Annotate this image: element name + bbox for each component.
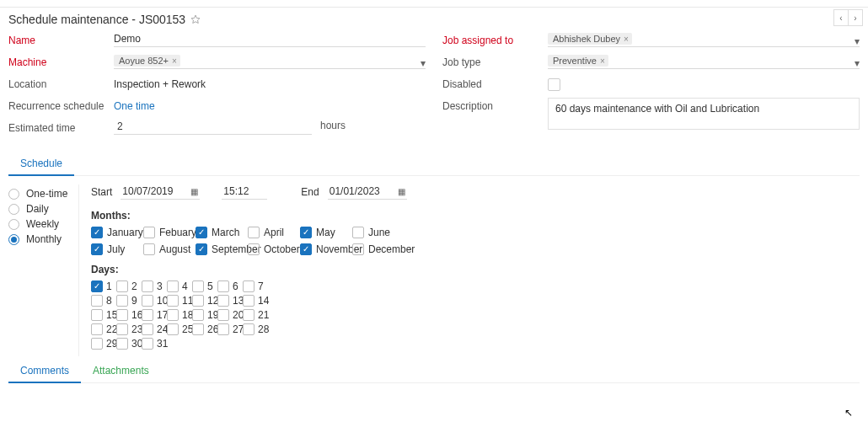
day-option-1[interactable]: 1 bbox=[91, 280, 116, 292]
day-option-8[interactable]: 8 bbox=[91, 295, 116, 307]
day-option-30[interactable]: 30 bbox=[116, 338, 142, 350]
caret-down-icon: ▾ bbox=[855, 57, 860, 69]
month-option-november[interactable]: November bbox=[300, 243, 352, 255]
day-option-2[interactable]: 2 bbox=[116, 280, 142, 292]
assigned-to-select[interactable]: Abhishek Dubey × ▾ bbox=[548, 32, 860, 47]
estimated-time-input[interactable]: 2 bbox=[114, 120, 312, 135]
tab-schedule[interactable]: Schedule bbox=[8, 152, 74, 176]
day-option-29[interactable]: 29 bbox=[91, 338, 116, 350]
day-label: 7 bbox=[258, 280, 264, 292]
month-option-october[interactable]: October bbox=[248, 243, 300, 255]
pager-next-button[interactable]: › bbox=[848, 9, 863, 26]
checkbox-icon bbox=[192, 323, 204, 335]
month-option-january[interactable]: January bbox=[91, 227, 143, 238]
day-option-31[interactable]: 31 bbox=[142, 338, 167, 350]
name-field[interactable]: Demo bbox=[114, 32, 426, 47]
checkbox-icon bbox=[116, 323, 128, 335]
day-option-27[interactable]: 27 bbox=[217, 323, 243, 335]
tabs: Schedule bbox=[8, 152, 860, 176]
day-option-19[interactable]: 19 bbox=[192, 309, 217, 321]
checkbox-icon bbox=[142, 338, 153, 350]
pager-prev-button[interactable]: ‹ bbox=[833, 9, 849, 26]
day-label: 6 bbox=[233, 280, 238, 292]
favorite-star-icon[interactable] bbox=[190, 14, 201, 24]
month-label: July bbox=[107, 243, 125, 255]
tab-comments[interactable]: Comments bbox=[8, 360, 81, 383]
frequency-option-label: Daily bbox=[26, 203, 49, 215]
checkbox-icon bbox=[192, 309, 204, 321]
day-option-17[interactable]: 17 bbox=[142, 309, 167, 321]
job-type-token-remove-icon[interactable]: × bbox=[600, 56, 605, 66]
job-type-token: Preventive × bbox=[548, 55, 608, 67]
day-option-5[interactable]: 5 bbox=[192, 280, 217, 292]
checkbox-icon bbox=[243, 295, 255, 307]
month-option-june[interactable]: June bbox=[352, 227, 405, 238]
day-option-23[interactable]: 23 bbox=[116, 323, 142, 335]
day-option-26[interactable]: 26 bbox=[192, 323, 217, 335]
label-job-assigned-to: Job assigned to bbox=[442, 32, 548, 46]
month-option-july[interactable]: July bbox=[91, 243, 143, 255]
month-label: August bbox=[159, 243, 190, 255]
frequency-option-daily[interactable]: Daily bbox=[8, 203, 72, 215]
assigned-token-label: Abhishek Dubey bbox=[553, 34, 620, 44]
job-type-select[interactable]: Preventive × ▾ bbox=[548, 54, 860, 69]
disabled-checkbox[interactable] bbox=[548, 78, 560, 91]
assigned-token-remove-icon[interactable]: × bbox=[624, 35, 629, 44]
machine-select[interactable]: Aoyue 852+ × ▾ bbox=[114, 54, 426, 69]
month-label: January bbox=[107, 227, 143, 238]
month-option-febuary[interactable]: Febuary bbox=[143, 227, 196, 238]
end-date-input[interactable]: 01/01/2023 ▦ bbox=[328, 184, 407, 200]
estimated-time-value: 2 bbox=[114, 120, 123, 132]
checkbox-icon bbox=[243, 280, 255, 292]
day-option-11[interactable]: 11 bbox=[167, 295, 192, 307]
machine-token-remove-icon[interactable]: × bbox=[172, 56, 177, 66]
start-date-input[interactable]: 10/07/2019 ▦ bbox=[121, 184, 200, 200]
month-option-december[interactable]: December bbox=[352, 243, 405, 255]
label-machine: Machine bbox=[8, 54, 114, 68]
day-option-28[interactable]: 28 bbox=[243, 323, 268, 335]
day-option-16[interactable]: 16 bbox=[116, 309, 142, 321]
calendar-icon: ▦ bbox=[398, 187, 405, 196]
day-option-18[interactable]: 18 bbox=[167, 309, 192, 321]
day-option-7[interactable]: 7 bbox=[243, 280, 268, 292]
day-option-21[interactable]: 21 bbox=[243, 309, 268, 321]
day-label: 9 bbox=[131, 295, 137, 307]
day-option-13[interactable]: 13 bbox=[217, 295, 243, 307]
day-option-6[interactable]: 6 bbox=[217, 280, 243, 292]
day-option-10[interactable]: 10 bbox=[142, 295, 167, 307]
day-option-4[interactable]: 4 bbox=[167, 280, 192, 292]
frequency-option-label: Monthly bbox=[26, 233, 62, 245]
assigned-token: Abhishek Dubey × bbox=[548, 33, 632, 45]
day-option-15[interactable]: 15 bbox=[91, 309, 116, 321]
month-option-may[interactable]: May bbox=[300, 227, 352, 238]
day-option-25[interactable]: 25 bbox=[167, 323, 192, 335]
month-option-september[interactable]: September bbox=[196, 243, 248, 255]
checkbox-icon bbox=[217, 323, 229, 335]
frequency-option-one-time[interactable]: One-time bbox=[8, 188, 72, 200]
checkbox-icon bbox=[167, 323, 179, 335]
description-textarea[interactable]: 60 days maintenance with Oil and Lubrica… bbox=[548, 98, 860, 130]
day-option-20[interactable]: 20 bbox=[217, 309, 243, 321]
day-option-12[interactable]: 12 bbox=[192, 295, 217, 307]
tab-attachments[interactable]: Attachments bbox=[81, 360, 161, 382]
checkbox-icon bbox=[116, 338, 128, 350]
start-time-input[interactable]: 15:12 bbox=[222, 184, 267, 200]
day-option-9[interactable]: 9 bbox=[116, 295, 142, 307]
days-section-label: Days: bbox=[91, 264, 860, 275]
month-option-april[interactable]: April bbox=[248, 227, 300, 238]
checkbox-icon bbox=[243, 309, 255, 321]
frequency-option-weekly[interactable]: Weekly bbox=[8, 218, 72, 230]
day-option-14[interactable]: 14 bbox=[243, 295, 268, 307]
day-option-22[interactable]: 22 bbox=[91, 323, 116, 335]
month-option-march[interactable]: March bbox=[196, 227, 248, 238]
checkbox-icon bbox=[217, 280, 229, 292]
day-option-3[interactable]: 3 bbox=[142, 280, 167, 292]
description-value: 60 days maintenance with Oil and Lubrica… bbox=[555, 103, 759, 115]
checkbox-icon bbox=[167, 295, 179, 307]
frequency-option-monthly[interactable]: Monthly bbox=[8, 233, 72, 245]
day-option-24[interactable]: 24 bbox=[142, 323, 167, 335]
checkbox-icon bbox=[243, 323, 255, 335]
month-option-august[interactable]: August bbox=[143, 243, 196, 255]
recurrence-value[interactable]: One time bbox=[114, 98, 426, 112]
months-section-label: Months: bbox=[91, 210, 860, 222]
